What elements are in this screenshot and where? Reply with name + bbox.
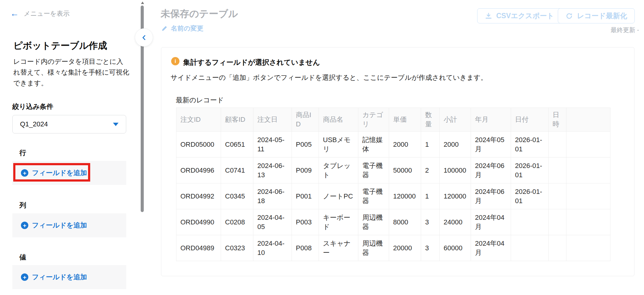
notice-title: 集計するフィールドが選択されていません <box>183 58 320 67</box>
table-cell: 20000 <box>389 235 421 261</box>
column-header <box>566 108 610 132</box>
table-cell: 3 <box>421 235 440 261</box>
records-table-wrap: 注文ID顧客ID注文日商品ID商品名カテゴリ単価数量小計年月日付日時ORD050… <box>176 108 610 261</box>
table-cell: 3 <box>421 209 440 235</box>
table-cell <box>549 158 566 183</box>
table-cell <box>566 158 610 183</box>
show-menu-back-link[interactable]: ← メニューを表示 <box>10 9 70 18</box>
table-cell: C0651 <box>221 132 253 158</box>
records-table: 注文ID顧客ID注文日商品ID商品名カテゴリ単価数量小計年月日付日時ORD050… <box>176 108 610 261</box>
table-cell: 2024年04月 <box>471 209 511 235</box>
column-header: 顧客ID <box>221 108 253 132</box>
table-cell: 120000 <box>440 183 471 209</box>
column-header: 小計 <box>440 108 471 132</box>
filter-dropdown[interactable]: Q1_2024 <box>12 115 126 133</box>
page-title: 未保存のテーブル <box>161 7 238 20</box>
table-cell: USBメモリ <box>319 132 358 158</box>
scroll-up-arrow-icon[interactable] <box>141 2 144 4</box>
table-cell: 2026-01-01 <box>511 132 549 158</box>
sidebar-title: ピボットテーブル作成 <box>13 39 107 52</box>
pencil-icon <box>161 25 168 32</box>
rows-section-label: 行 <box>19 148 26 158</box>
table-cell <box>566 183 610 209</box>
table-cell <box>549 235 566 261</box>
table-cell: 記憶媒体 <box>358 132 389 158</box>
table-cell: 8000 <box>389 209 421 235</box>
filter-dropdown-value: Q1_2024 <box>20 120 48 128</box>
table-cell <box>549 132 566 158</box>
show-menu-label: メニューを表示 <box>24 9 70 18</box>
table-cell: 1 <box>421 132 440 158</box>
download-icon <box>485 12 492 20</box>
table-cell: ORD04996 <box>176 158 221 183</box>
table-cell: 電子機器 <box>358 158 389 183</box>
table-cell: 2024-04-05 <box>253 209 292 235</box>
table-header-row: 注文ID顧客ID注文日商品ID商品名カテゴリ単価数量小計年月日付日時 <box>176 108 610 132</box>
table-row: ORD04996C07412024-06-13P009タブレット電子機器5000… <box>176 158 610 183</box>
chevron-left-icon <box>141 34 147 41</box>
table-cell: ORD05000 <box>176 132 221 158</box>
table-cell: スキャナー <box>319 235 358 261</box>
table-cell: 2024-06-18 <box>253 183 292 209</box>
table-cell: P008 <box>292 235 319 261</box>
table-cell: 周辺機器 <box>358 209 389 235</box>
table-cell: 2024年05月 <box>471 132 511 158</box>
table-row: ORD05000C06512024-05-11P005USBメモリ記憶媒体200… <box>176 132 610 158</box>
table-cell: ORD04990 <box>176 209 221 235</box>
rename-table-link[interactable]: 名前の変更 <box>161 24 203 33</box>
column-header: 数量 <box>421 108 440 132</box>
add-field-button-values[interactable]: + フィールドを追加 <box>21 272 87 282</box>
table-cell <box>511 235 549 261</box>
table-cell: P009 <box>292 158 319 183</box>
table-cell: ノートPC <box>319 183 358 209</box>
sidebar: ← メニューを表示 ピボットテーブル作成 レコード内のデータを項目ごとに入れ替え… <box>0 0 140 295</box>
column-header: 年月 <box>471 108 511 132</box>
table-cell: 2024-04-10 <box>253 235 292 261</box>
refresh-icon <box>566 12 573 20</box>
latest-records-label: 最新のレコード <box>176 96 224 105</box>
table-cell: C0345 <box>221 183 253 209</box>
column-header: 単価 <box>389 108 421 132</box>
table-cell: 2024-05-11 <box>253 132 292 158</box>
table-cell: 1 <box>421 183 440 209</box>
table-cell: タブレット <box>319 158 358 183</box>
table-cell: ORD04989 <box>176 235 221 261</box>
table-cell <box>511 209 549 235</box>
table-cell <box>566 235 610 261</box>
values-field-box: + フィールドを追加 <box>12 265 126 289</box>
collapse-sidebar-button[interactable] <box>135 28 153 47</box>
table-cell: 電子機器 <box>358 183 389 209</box>
table-cell: ORD04992 <box>176 183 221 209</box>
table-cell: C0208 <box>221 209 253 235</box>
info-icon: i <box>171 57 179 65</box>
table-cell <box>566 132 610 158</box>
columns-field-box: + フィールドを追加 <box>12 213 126 237</box>
plus-circle-icon: + <box>21 273 28 281</box>
chevron-down-icon <box>113 123 119 126</box>
table-cell: 周辺機器 <box>358 235 389 261</box>
add-field-button-rows[interactable]: + フィールドを追加 <box>21 168 87 178</box>
column-header: 日時 <box>549 108 566 132</box>
values-section-label: 値 <box>19 253 26 262</box>
column-header: 商品ID <box>292 108 319 132</box>
csv-export-button[interactable]: CSVエクスポート <box>477 8 562 23</box>
table-cell: P001 <box>292 183 319 209</box>
column-header: 商品名 <box>319 108 358 132</box>
table-cell: 2024年06月 <box>471 183 511 209</box>
table-cell: C0323 <box>221 235 253 261</box>
refresh-records-button[interactable]: レコード最新化 <box>558 8 635 23</box>
table-cell: 120000 <box>389 183 421 209</box>
plus-circle-icon: + <box>21 222 28 229</box>
rows-field-box: + フィールドを追加 <box>12 161 126 185</box>
add-field-button-columns[interactable]: + フィールドを追加 <box>21 221 87 230</box>
last-updated-label: 最終更新 - <box>611 26 639 34</box>
back-arrow-icon: ← <box>10 9 19 18</box>
table-cell: 2024年04月 <box>471 235 511 261</box>
table-cell: 2026-01-01 <box>511 158 549 183</box>
table-cell: 50000 <box>389 158 421 183</box>
pivot-table-builder-page: ← メニューを表示 ピボットテーブル作成 レコード内のデータを項目ごとに入れ替え… <box>0 0 644 295</box>
table-cell: 2000 <box>440 132 471 158</box>
column-header: 注文日 <box>253 108 292 132</box>
columns-section-label: 列 <box>19 201 26 210</box>
table-cell: 24000 <box>440 209 471 235</box>
